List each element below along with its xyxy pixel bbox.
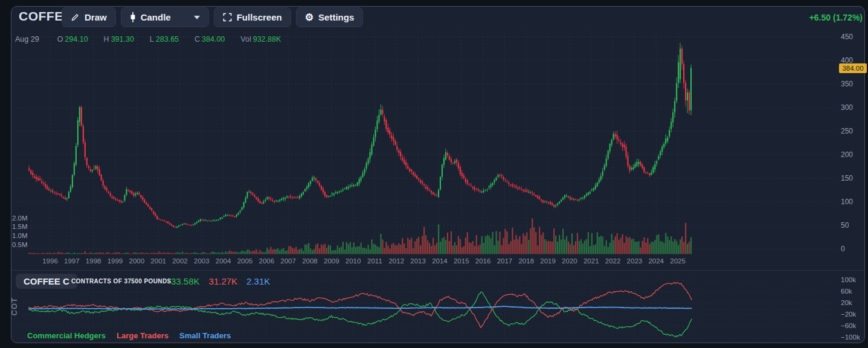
cot-values: -33.58K 31.27K 2.31K <box>168 276 270 286</box>
close-label: C <box>194 35 200 44</box>
cot-tick: −20k <box>841 311 856 318</box>
year-tick: 2015 <box>452 257 471 265</box>
year-tick: 2009 <box>322 257 341 265</box>
year-tick: 2003 <box>192 257 211 265</box>
toolbar: Draw Candle Fullscreen ⚙ Settings <box>62 7 363 27</box>
cot-contract-spec: CONTRACTS OF 37500 POUNDS <box>71 278 172 285</box>
year-tick: 2012 <box>387 257 406 265</box>
price-tick: 300 <box>841 103 853 112</box>
cot-commercial-value: -33.58K <box>168 276 200 286</box>
fullscreen-button-label: Fullscreen <box>237 12 282 22</box>
close-value: 384.00 <box>202 35 225 44</box>
year-tick: 2018 <box>516 257 536 265</box>
volume-tick: 1.0M <box>12 232 28 239</box>
volume-tick: 0.5M <box>12 241 28 248</box>
draw-button-label: Draw <box>85 12 107 22</box>
year-tick: 2017 <box>495 257 514 265</box>
price-tick: 350 <box>841 80 853 88</box>
cot-legend: Commercial Hedgers Large Traders Small T… <box>27 331 231 340</box>
year-tick: 1996 <box>40 257 60 265</box>
high-value: 391.30 <box>111 35 134 44</box>
legend-commercial-hedgers[interactable]: Commercial Hedgers <box>27 331 106 340</box>
cot-panel-label: COT <box>10 297 19 315</box>
chart-canvas[interactable] <box>0 0 868 348</box>
cot-tick: −100k <box>841 334 860 341</box>
year-tick: 2014 <box>430 257 449 265</box>
volume-value: 932.88K <box>253 35 281 44</box>
legend-large-traders[interactable]: Large Traders <box>117 331 169 340</box>
candle-icon <box>130 12 136 22</box>
ohlc-readout: Aug 29 O294.10 H391.30 L283.65 C384.00 V… <box>15 35 297 44</box>
cot-small-value: 2.31K <box>246 276 270 286</box>
legend-small-traders[interactable]: Small Traders <box>179 331 231 340</box>
price-tick: 50 <box>841 221 849 230</box>
year-tick: 1999 <box>105 257 124 265</box>
pencil-icon <box>71 13 80 22</box>
year-tick: 2016 <box>474 257 493 265</box>
price-change: +6.50 (1.72%) <box>809 13 863 22</box>
last-price-label: 384.00 <box>839 63 867 73</box>
open-value: 294.10 <box>65 35 88 44</box>
year-tick: 2005 <box>235 257 254 265</box>
low-value: 283.65 <box>156 35 179 44</box>
year-tick: 2002 <box>170 257 190 265</box>
candle-type-dropdown[interactable]: Candle <box>121 7 209 27</box>
year-tick: 2021 <box>582 257 601 265</box>
year-tick: 2022 <box>603 257 623 265</box>
high-label: H <box>104 35 109 44</box>
price-tick: 450 <box>841 33 853 41</box>
low-label: L <box>150 35 154 44</box>
price-tick: 200 <box>841 150 853 159</box>
chevron-down-icon <box>194 16 200 19</box>
year-tick: 2020 <box>560 257 579 265</box>
year-tick: 2023 <box>625 257 644 265</box>
volume-tick: 1.5M <box>12 223 28 230</box>
year-tick: 2024 <box>646 257 666 265</box>
year-tick: 2001 <box>149 257 168 265</box>
volume-label: Vol <box>240 35 251 44</box>
year-tick: 1998 <box>84 257 103 265</box>
settings-button-label: Settings <box>318 12 354 22</box>
year-tick: 2019 <box>538 257 558 265</box>
year-tick: 2007 <box>278 257 298 265</box>
gear-icon: ⚙ <box>305 13 313 22</box>
readout-date: Aug 29 <box>15 35 39 44</box>
cot-symbol-button[interactable]: COFFEE C <box>16 274 77 289</box>
settings-button[interactable]: ⚙ Settings <box>296 7 364 27</box>
cot-tick: 60k <box>841 288 852 295</box>
fullscreen-button[interactable]: Fullscreen <box>214 7 291 27</box>
cot-tick: 20k <box>841 299 852 306</box>
cot-tick: −60k <box>841 322 856 329</box>
year-tick: 2011 <box>365 257 384 265</box>
year-tick: 2008 <box>300 257 320 265</box>
year-tick: 2013 <box>408 257 428 265</box>
year-tick: 2000 <box>127 257 146 265</box>
year-tick: 2010 <box>344 257 363 265</box>
price-tick: 150 <box>841 174 853 182</box>
volume-tick: 2.0M <box>12 214 28 222</box>
candle-dropdown-label: Candle <box>141 12 171 22</box>
chart-app: COFFEE Draw Candle Fullscreen ⚙ Settings… <box>0 0 868 348</box>
cot-tick: 100k <box>841 276 856 283</box>
year-tick: 1997 <box>62 257 82 265</box>
draw-button[interactable]: Draw <box>62 7 116 27</box>
year-tick: 2006 <box>257 257 276 265</box>
open-label: O <box>57 35 63 44</box>
cot-large-value: 31.27K <box>209 276 238 286</box>
fullscreen-icon <box>223 13 232 22</box>
price-tick: 250 <box>841 127 853 135</box>
year-tick: 2004 <box>214 257 233 265</box>
price-tick: 0 <box>841 245 845 253</box>
price-tick: 100 <box>841 198 853 206</box>
year-tick: 2025 <box>668 257 687 265</box>
